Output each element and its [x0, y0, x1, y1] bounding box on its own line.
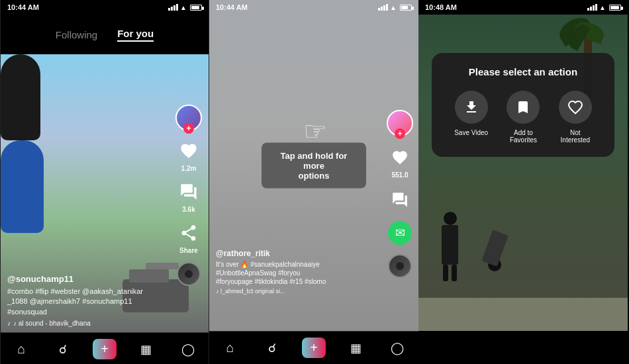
not-interested-label: Not Interested — [561, 129, 590, 144]
phone-1: 10:44 AM ▲ Following For you — [0, 0, 209, 364]
comment-button[interactable]: 3.6k — [177, 180, 201, 213]
tap-hold-text: Tap and hold for more options — [275, 151, 353, 181]
phone2-nav-profile[interactable]: ◯ — [377, 341, 418, 355]
add-favorites-button[interactable]: Add to Favorites — [507, 91, 540, 144]
not-interested-icon — [559, 91, 592, 124]
bottom-navigation: ⌂ ☌ + ▦ ◯ — [1, 332, 209, 364]
phone2-sound: ♪ l_ahmed_b3 original si... — [216, 288, 412, 295]
action-buttons: 1.2m 3.6k Share — [175, 105, 202, 286]
nav-profile[interactable]: ◯ — [167, 342, 209, 357]
share-label: Share — [179, 247, 198, 254]
home-icon: ⌂ — [17, 341, 25, 357]
status-bar-1: 10:44 AM ▲ — [1, 0, 209, 15]
phone2-search-icon: ☌ — [268, 341, 276, 355]
comment-count: 3.6k — [182, 206, 195, 213]
action-sheet-title: Please select an action — [445, 66, 601, 77]
person-left — [1, 54, 40, 140]
comment-icon — [177, 180, 201, 204]
action-sheet-buttons: Save Video Add to Favorites — [445, 91, 601, 144]
status-time-2: 10:44 AM — [216, 3, 248, 11]
add-favorites-label: Add to Favorites — [510, 129, 537, 144]
like-count: 1.2m — [181, 165, 197, 172]
nav-search[interactable]: ☌ — [42, 342, 84, 357]
phone2-nav-home[interactable]: ⌂ — [209, 340, 251, 355]
status-icons-2: ▲ — [378, 4, 412, 11]
phone2-username: @rathore_ritik — [216, 249, 412, 258]
video-feed: 1.2m 3.6k Share — [1, 54, 209, 332]
phone2-video-bg: The Mobile Indian ☞ Tap and hold for mor… — [209, 0, 418, 331]
share-button[interactable]: Share — [177, 221, 201, 254]
phone2-nav-search[interactable]: ☌ — [251, 341, 293, 355]
phone2-home-icon: ⌂ — [226, 340, 234, 355]
phone2-nav-add[interactable]: + — [293, 338, 334, 358]
video-info: @sonuchamp11 #combo #flip #webster @aaka… — [7, 274, 169, 327]
sound-disc — [177, 262, 201, 286]
like-button[interactable]: 1.2m — [177, 139, 201, 172]
status-time-3: 10:48 AM — [425, 3, 457, 11]
video-username: @sonuchamp11 — [7, 274, 169, 284]
signal-3-icon — [587, 4, 597, 11]
signal-2-icon — [378, 4, 388, 11]
share-icon — [177, 221, 201, 245]
phone2-like-icon — [388, 146, 412, 169]
search-icon: ☌ — [59, 342, 67, 357]
battery-2-icon — [400, 5, 412, 11]
feed-header: Following For you — [1, 15, 209, 54]
save-video-label: Save Video — [454, 129, 488, 136]
phone2-creator-avatar[interactable] — [387, 110, 413, 136]
phone2-comment-button[interactable] — [388, 188, 412, 212]
like-icon — [177, 139, 201, 163]
phone3-video-area: Please select an action Save Video — [418, 0, 628, 331]
music-note-icon: ♪ — [7, 320, 11, 327]
cursor-icon: ☞ — [303, 116, 327, 146]
status-time-1: 10:44 AM — [7, 3, 39, 11]
phone2-messages-icon: ▦ — [350, 341, 362, 355]
status-bar-2: 10:44 AM ▲ — [209, 0, 418, 15]
action-sheet[interactable]: Please select an action Save Video — [432, 53, 614, 157]
nav-home[interactable]: ⌂ — [1, 341, 42, 357]
battery-icon — [190, 5, 202, 11]
tab-foryou[interactable]: For you — [117, 28, 154, 42]
save-video-button[interactable]: Save Video — [454, 91, 488, 144]
whatsapp-icon[interactable]: ✉ — [388, 221, 412, 245]
signal-icon — [168, 4, 178, 11]
nav-add[interactable]: + — [84, 339, 126, 359]
sound-info: ♪ ♪ al sound - bhavik_dhana — [7, 320, 169, 327]
creator-avatar[interactable] — [175, 105, 202, 131]
phone-3: 10:48 AM ▲ — [418, 0, 628, 364]
phone2-like-count: 551.0 — [391, 171, 408, 179]
status-icons-3: ▲ — [587, 4, 621, 11]
battery-3-icon — [609, 5, 621, 11]
wifi-icon: ▲ — [180, 4, 187, 11]
person-center — [1, 140, 44, 233]
tab-following[interactable]: Following — [56, 29, 97, 40]
messages-icon: ▦ — [140, 342, 152, 357]
phone2-add-icon: + — [302, 338, 326, 358]
add-icon: + — [93, 339, 117, 359]
phone-2: The Mobile Indian ☞ Tap and hold for mor… — [209, 0, 418, 364]
phone2-video-info: @rathore_ritik It's over 🔥 #sanuekpalcha… — [216, 249, 412, 295]
profile-icon: ◯ — [181, 342, 195, 357]
phone2-bottom-nav: ⌂ ☌ + ▦ ◯ — [209, 331, 418, 364]
save-video-icon — [455, 91, 488, 124]
phone2-like-button[interactable]: 551.0 — [388, 146, 412, 179]
add-favorites-icon — [507, 91, 540, 124]
phone2-comment-icon — [388, 188, 412, 212]
sound-name: ♪ al sound - bhavik_dhana — [13, 320, 91, 327]
nav-messages[interactable]: ▦ — [125, 342, 167, 357]
phone2-nav-messages[interactable]: ▦ — [335, 341, 377, 355]
status-bar-3: 10:48 AM ▲ — [418, 0, 628, 15]
tap-hold-popup: Tap and hold for more options — [262, 143, 366, 189]
not-interested-button[interactable]: Not Interested — [559, 91, 592, 144]
status-icons-1: ▲ — [168, 4, 202, 11]
phone2-profile-icon: ◯ — [391, 341, 404, 355]
video-caption: #combo #flip #webster @aakash_atanikar _… — [7, 287, 169, 317]
phone2-caption: It's over 🔥 #sanuekpalchalnnaaiye #Unbot… — [216, 260, 412, 286]
